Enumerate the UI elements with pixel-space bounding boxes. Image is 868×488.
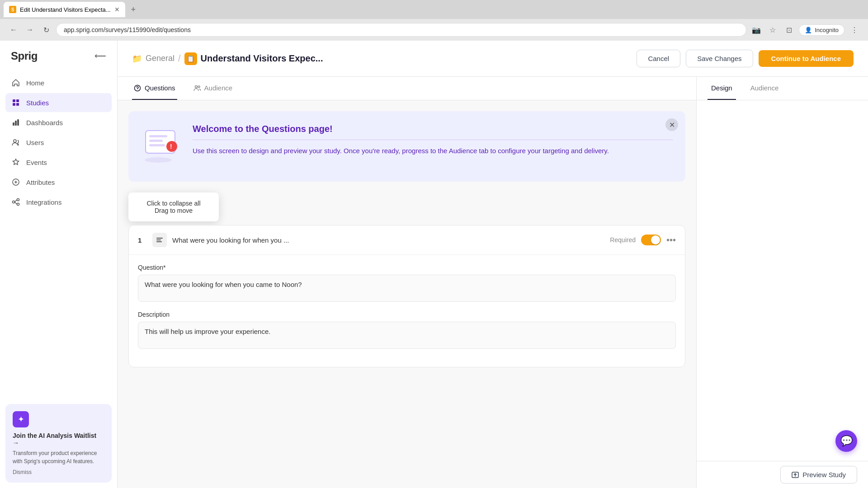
sidebar-item-dashboards-label: Dashboards xyxy=(26,119,63,127)
extension-icon[interactable]: ⊡ xyxy=(783,23,795,36)
description-field-label: Description xyxy=(138,311,676,318)
sidebar-item-users[interactable]: Users xyxy=(5,133,112,152)
question-more-button[interactable]: ••• xyxy=(666,235,676,245)
studies-icon xyxy=(11,98,21,108)
modal-text: Welcome to the Questions page! Use this … xyxy=(193,124,673,169)
refresh-button[interactable]: ↻ xyxy=(40,23,52,36)
home-icon xyxy=(11,78,21,88)
modal-body: Use this screen to design and preview yo… xyxy=(193,145,673,156)
svg-rect-17 xyxy=(149,140,163,142)
modal-illustration: ! xyxy=(141,124,182,169)
svg-point-21 xyxy=(145,157,172,163)
incognito-label: Incognito xyxy=(815,27,839,33)
svg-rect-18 xyxy=(149,144,165,146)
address-bar[interactable]: app.sprig.com/surveys/115990/edit/questi… xyxy=(56,23,746,37)
attributes-icon xyxy=(11,177,21,187)
svg-point-13 xyxy=(195,85,197,88)
svg-rect-24 xyxy=(156,241,162,242)
sidebar-item-events-label: Events xyxy=(26,159,47,166)
study-icon: 📋 xyxy=(184,52,197,65)
sidebar-item-dashboards[interactable]: Dashboards xyxy=(5,113,112,132)
modal-divider xyxy=(193,140,673,140)
right-tab-audience[interactable]: Audience xyxy=(747,77,783,100)
tab-questions[interactable]: Questions xyxy=(132,77,177,100)
right-tab-design[interactable]: Design xyxy=(708,77,736,100)
description-field-group: Description xyxy=(138,311,676,351)
cancel-button[interactable]: Cancel xyxy=(637,50,680,67)
active-tab[interactable]: S Edit Understand Visitors Expecta... ✕ xyxy=(4,2,125,17)
sidebar-item-studies-label: Studies xyxy=(26,99,49,107)
users-icon xyxy=(11,137,21,147)
sidebar-item-home[interactable]: Home xyxy=(5,73,112,92)
svg-point-7 xyxy=(14,140,16,142)
description-input[interactable] xyxy=(138,322,676,349)
chat-bubble-button[interactable]: 💬 xyxy=(835,430,857,452)
close-tab-icon[interactable]: ✕ xyxy=(114,6,120,13)
svg-point-9 xyxy=(13,201,15,203)
forward-button[interactable]: → xyxy=(24,23,36,36)
svg-rect-2 xyxy=(13,103,15,106)
sidebar-item-attributes-label: Attributes xyxy=(26,178,55,186)
sidebar-nav: Home Studies Dashboards Users xyxy=(0,70,117,399)
svg-rect-3 xyxy=(16,103,19,106)
question-field-label: Question* xyxy=(138,264,676,271)
dashboards-icon xyxy=(11,117,21,127)
breadcrumb-general[interactable]: 📁 General xyxy=(132,54,175,64)
tooltip-line1: Click to collapse all xyxy=(137,200,210,207)
incognito-button[interactable]: 👤 Incognito xyxy=(799,24,844,36)
save-changes-button[interactable]: Save Changes xyxy=(686,50,753,67)
main-content: 📁 General / 📋 Understand Visitors Expec.… xyxy=(118,41,868,488)
svg-rect-16 xyxy=(149,135,167,137)
study-title: Understand Visitors Expec... xyxy=(201,53,323,64)
sidebar-item-integrations[interactable]: Integrations xyxy=(5,192,112,211)
back-button[interactable]: ← xyxy=(7,23,20,36)
camera-icon: 📷 xyxy=(750,23,763,36)
question-field-group: Question* xyxy=(138,264,676,304)
menu-icon[interactable]: ⋮ xyxy=(848,23,861,36)
sidebar-item-users-label: Users xyxy=(26,139,44,146)
ai-banner-body: Transform your product experience with S… xyxy=(13,449,104,465)
logo: Sprig xyxy=(11,50,38,62)
sidebar-item-home-label: Home xyxy=(26,79,44,87)
tooltip-box: Click to collapse all Drag to move xyxy=(128,192,219,221)
svg-rect-6 xyxy=(17,119,19,126)
integrations-icon xyxy=(11,197,21,207)
question-header: 1 What were you looking for when you ...… xyxy=(129,225,685,255)
svg-rect-5 xyxy=(15,121,17,126)
breadcrumb-study: 📋 Understand Visitors Expec... xyxy=(184,52,323,65)
sidebar-item-attributes[interactable]: Attributes xyxy=(5,173,112,192)
question-type-icon xyxy=(152,233,167,247)
editor-tabs: Questions Audience xyxy=(118,77,696,100)
sidebar-collapse-button[interactable]: ⟵ xyxy=(94,51,106,61)
sidebar-item-studies[interactable]: Studies xyxy=(5,93,112,112)
right-panel-content xyxy=(697,100,868,461)
question-number: 1 xyxy=(138,236,147,244)
bottom-bar: Preview Study xyxy=(697,461,868,488)
svg-text:!: ! xyxy=(170,143,172,150)
ai-banner-title[interactable]: Join the AI Analysis Waitlist → xyxy=(13,432,104,446)
svg-point-10 xyxy=(17,199,19,201)
continue-to-audience-button[interactable]: Continue to Audience xyxy=(759,50,854,67)
content-area: Questions Audience ✕ xyxy=(118,77,868,488)
preview-study-label: Preview Study xyxy=(802,471,846,479)
ai-banner-icon: ✦ xyxy=(13,411,29,427)
preview-study-button[interactable]: Preview Study xyxy=(780,466,857,483)
folder-icon: 📁 xyxy=(132,54,142,64)
required-toggle[interactable] xyxy=(641,235,661,245)
svg-rect-0 xyxy=(13,99,15,102)
events-icon xyxy=(11,157,21,167)
tab-audience[interactable]: Audience xyxy=(192,77,235,100)
modal-close-button[interactable]: ✕ xyxy=(665,118,678,131)
sidebar-header: Sprig ⟵ xyxy=(0,41,117,70)
ai-banner-dismiss-button[interactable]: Dismiss xyxy=(13,469,104,475)
required-label: Required xyxy=(610,236,636,244)
question-input[interactable] xyxy=(138,275,676,302)
right-panel: Design Audience Preview Study xyxy=(696,77,868,488)
sidebar-item-events[interactable]: Events xyxy=(5,153,112,172)
header-actions: Cancel Save Changes Continue to Audience xyxy=(637,50,854,67)
tab-questions-label: Questions xyxy=(145,84,175,92)
new-tab-button[interactable]: + xyxy=(127,3,140,16)
bookmark-icon[interactable]: ☆ xyxy=(766,23,779,36)
page-header: 📁 General / 📋 Understand Visitors Expec.… xyxy=(118,41,868,77)
tooltip-line2: Drag to move xyxy=(137,207,210,214)
